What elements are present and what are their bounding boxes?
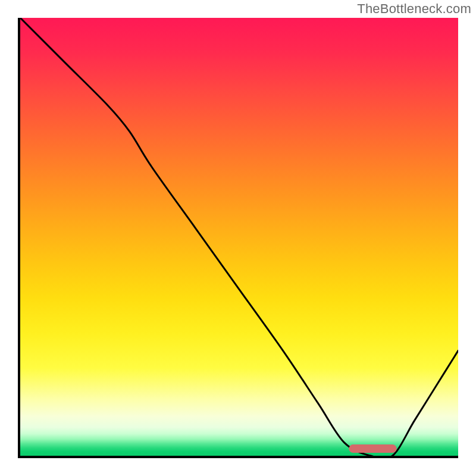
bottleneck-curve	[20, 18, 458, 456]
watermark-text: TheBottleneck.com	[357, 1, 471, 17]
curve-layer	[20, 18, 458, 456]
plot-area	[18, 18, 458, 458]
chart-canvas: TheBottleneck.com	[0, 0, 476, 476]
